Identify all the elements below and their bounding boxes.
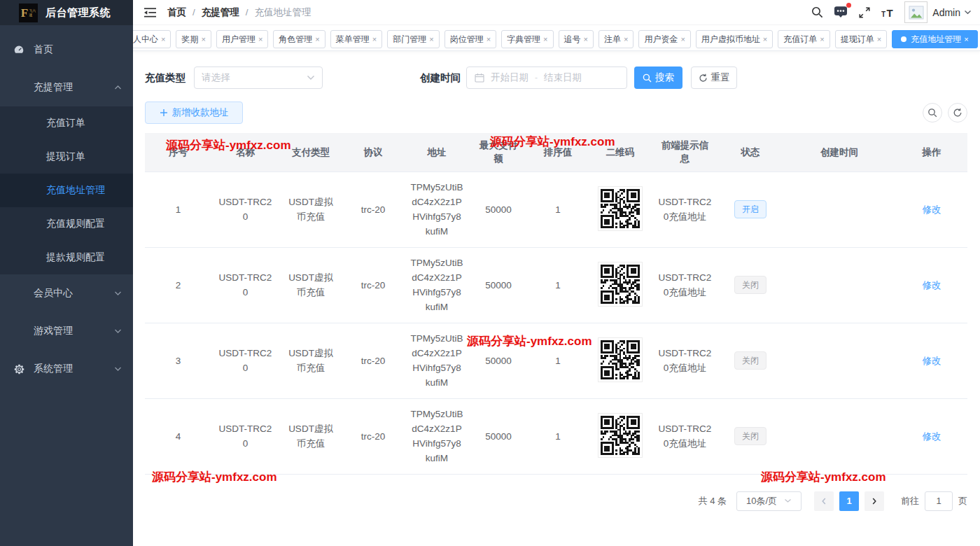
create-time-label: 创建时间 <box>420 71 461 85</box>
sidebar-subitem[interactable]: 充值地址管理 <box>0 174 133 207</box>
tab-close-icon[interactable]: × <box>201 35 205 43</box>
tab-充值订单[interactable]: 充值订单× <box>778 30 830 48</box>
qr-code-image[interactable] <box>598 262 643 307</box>
breadcrumb-home[interactable]: 首页 <box>167 6 186 19</box>
tab-close-icon[interactable]: × <box>372 35 377 43</box>
app-title: 后台管理系统 <box>46 6 111 20</box>
tab-label: 充值订单 <box>783 34 817 46</box>
sidebar-item-label: 游戏管理 <box>34 325 73 337</box>
tab-充值地址管理[interactable]: 充值地址管理× <box>892 30 977 48</box>
tab-部门管理[interactable]: 部门管理× <box>387 30 439 48</box>
tab-字典管理[interactable]: 字典管理× <box>501 30 553 48</box>
recharge-type-select[interactable]: 请选择 <box>194 66 323 89</box>
cell-name: USDT-TRC20 <box>211 247 279 323</box>
logo-letter: F <box>21 7 28 19</box>
sidebar-item-0[interactable]: 首页 <box>0 31 133 69</box>
reset-button[interactable]: 重置 <box>691 66 737 89</box>
tab-label: 用户资金 <box>644 34 678 46</box>
tab-label: 追号 <box>564 34 581 46</box>
fold-icon[interactable] <box>144 7 156 18</box>
goto-page-input[interactable] <box>925 491 953 511</box>
page-size-select[interactable]: 10条/页 <box>736 491 802 511</box>
tab-bar: 个人中心×奖期×用户管理×角色管理×菜单管理×部门管理×岗位管理×字典管理×追号… <box>133 25 980 51</box>
row-index: 2 <box>145 247 211 323</box>
tab-close-icon[interactable]: × <box>315 35 319 43</box>
tab-注单[interactable]: 注单× <box>598 30 634 48</box>
tab-奖期[interactable]: 奖期× <box>176 30 211 48</box>
status-badge[interactable]: 关闭 <box>734 351 766 370</box>
sidebar-subitem[interactable]: 提现订单 <box>0 140 133 174</box>
fullscreen-icon[interactable] <box>858 6 871 19</box>
sidebar-subitem[interactable]: 提款规则配置 <box>0 241 133 274</box>
qr-code-image[interactable] <box>598 413 643 458</box>
edit-link[interactable]: 修改 <box>923 356 941 366</box>
cell-status: 关闭 <box>718 323 783 398</box>
user-name[interactable]: Admin <box>932 7 960 18</box>
cell-created-time <box>783 172 896 247</box>
font-size-icon[interactable]: TT <box>881 7 895 18</box>
date-end-placeholder: 结束日期 <box>544 71 582 84</box>
edit-link[interactable]: 修改 <box>923 204 941 215</box>
edit-link[interactable]: 修改 <box>923 280 941 290</box>
tab-个人中心[interactable]: 个人中心× <box>133 30 171 48</box>
tab-提现订单[interactable]: 提现订单× <box>835 30 887 48</box>
status-badge[interactable]: 关闭 <box>734 427 766 445</box>
notification-badge <box>846 3 851 8</box>
add-address-button[interactable]: 新增收款地址 <box>145 102 243 124</box>
search-button[interactable]: 搜索 <box>634 66 682 89</box>
select-placeholder: 请选择 <box>202 71 230 84</box>
qr-code-image[interactable] <box>598 186 643 231</box>
tab-label: 用户虚拟币地址 <box>701 34 760 46</box>
tab-close-icon[interactable]: × <box>877 35 881 43</box>
avatar[interactable] <box>904 1 927 23</box>
sidebar-item-3[interactable]: 游戏管理 <box>0 312 133 350</box>
sidebar-item-2[interactable]: 会员中心 <box>0 274 133 312</box>
search-icon[interactable] <box>811 6 823 18</box>
next-page-button[interactable] <box>864 491 884 511</box>
tab-close-icon[interactable]: × <box>486 35 491 43</box>
tab-close-icon[interactable]: × <box>624 35 628 43</box>
tab-close-icon[interactable]: × <box>429 35 433 43</box>
tab-岗位管理[interactable]: 岗位管理× <box>444 30 496 48</box>
cell-action: 修改 <box>896 398 967 474</box>
status-badge[interactable]: 开启 <box>734 200 766 218</box>
calendar-icon <box>475 73 484 83</box>
column-header: 状态 <box>718 133 783 172</box>
status-badge[interactable]: 关闭 <box>734 276 766 294</box>
cell-name: USDT-TRC20 <box>211 398 279 474</box>
edit-link[interactable]: 修改 <box>923 431 941 442</box>
tab-菜单管理[interactable]: 菜单管理× <box>330 30 382 48</box>
sidebar-item-4[interactable]: 系统管理 <box>0 350 133 388</box>
table-refresh-icon[interactable] <box>948 103 967 122</box>
tab-close-icon[interactable]: × <box>584 35 588 43</box>
prev-page-button[interactable] <box>814 491 834 511</box>
date-start-placeholder: 开始日期 <box>491 71 528 84</box>
chevron-down-icon[interactable] <box>964 10 972 15</box>
tab-角色管理[interactable]: 角色管理× <box>273 30 325 48</box>
page-number-current[interactable]: 1 <box>839 491 859 511</box>
tab-close-icon[interactable]: × <box>820 35 824 43</box>
tab-用户资金[interactable]: 用户资金× <box>638 30 690 48</box>
date-range-picker[interactable]: 开始日期 - 结束日期 <box>466 66 627 89</box>
tab-close-icon[interactable]: × <box>680 35 685 43</box>
sidebar-menu: 首页充提管理充值订单提现订单充值地址管理充值规则配置提款规则配置会员中心游戏管理… <box>0 25 133 388</box>
sidebar-subitem[interactable]: 充值规则配置 <box>0 207 133 241</box>
cell-sort: 1 <box>527 398 589 474</box>
breadcrumb-section[interactable]: 充提管理 <box>202 6 239 19</box>
tab-close-icon[interactable]: × <box>763 35 767 43</box>
tab-追号[interactable]: 追号× <box>559 30 594 48</box>
table-search-icon[interactable] <box>923 103 942 122</box>
tab-用户虚拟币地址[interactable]: 用户虚拟币地址× <box>696 30 773 48</box>
cell-qrcode <box>589 172 652 247</box>
tab-close-icon[interactable]: × <box>161 35 165 43</box>
sidebar-item-1[interactable]: 充提管理 <box>0 69 133 106</box>
tab-用户管理[interactable]: 用户管理× <box>216 30 268 48</box>
tab-label: 个人中心 <box>133 34 158 46</box>
tab-close-icon[interactable]: × <box>543 35 547 43</box>
message-icon[interactable] <box>834 6 848 19</box>
sidebar-subitem[interactable]: 充值订单 <box>0 106 133 140</box>
tab-close-icon[interactable]: × <box>258 35 262 43</box>
column-header: 地址 <box>404 133 470 172</box>
qr-code-image[interactable] <box>598 337 643 382</box>
tab-close-icon[interactable]: × <box>964 35 968 43</box>
